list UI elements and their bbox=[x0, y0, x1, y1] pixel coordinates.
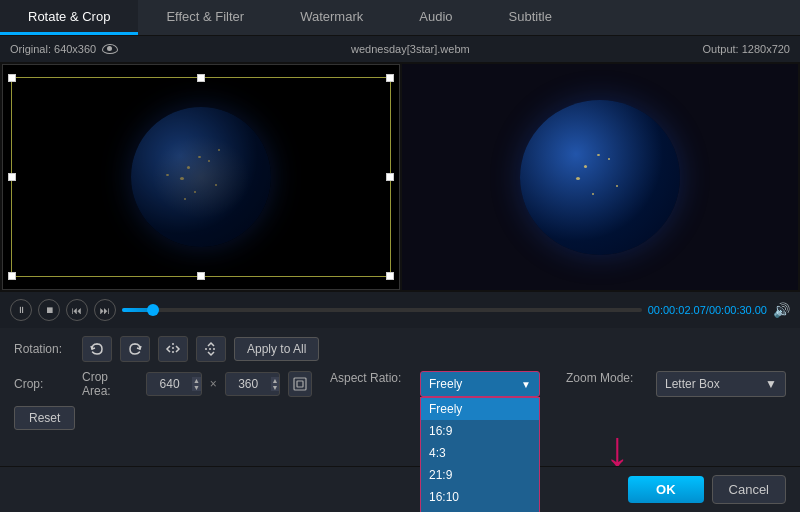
original-size: Original: 640x360 bbox=[10, 43, 96, 55]
dimension-separator: × bbox=[210, 377, 217, 391]
aspect-option-21-9[interactable]: 21:9 bbox=[421, 464, 539, 486]
flip-vertical-button[interactable] bbox=[196, 336, 226, 362]
crop-handle-tr[interactable] bbox=[386, 74, 394, 82]
rotate-right-button[interactable] bbox=[120, 336, 150, 362]
crop-height-input-wrap: 360 ▲ ▼ bbox=[225, 372, 281, 396]
aspect-option-5-4[interactable]: 5:4 bbox=[421, 508, 539, 512]
crop-handle-bl[interactable] bbox=[8, 272, 16, 280]
seek-thumb[interactable] bbox=[147, 304, 159, 316]
crop-handle-tm[interactable] bbox=[197, 74, 205, 82]
prev-frame-button[interactable]: ⏮ bbox=[66, 299, 88, 321]
bottom-bar: OK Cancel bbox=[0, 466, 800, 512]
crop-width-input-wrap: 640 ▲ ▼ bbox=[146, 372, 202, 396]
apply-all-button[interactable]: Apply to All bbox=[234, 337, 319, 361]
crop-label: Crop: bbox=[14, 377, 74, 391]
cancel-button[interactable]: Cancel bbox=[712, 475, 786, 504]
aspect-ratio-dropdown-arrow: ▼ bbox=[521, 379, 531, 390]
crop-height-down[interactable]: ▼ bbox=[271, 384, 280, 391]
aspect-option-16-9[interactable]: 16:9 bbox=[421, 420, 539, 442]
rotation-label: Rotation: bbox=[14, 342, 74, 356]
globe-right bbox=[520, 100, 680, 255]
eye-icon[interactable] bbox=[102, 44, 118, 54]
flip-v-icon bbox=[203, 341, 219, 357]
crop-width-down[interactable]: ▼ bbox=[192, 384, 201, 391]
controls-area: Rotation: bbox=[0, 328, 800, 438]
aspect-ratio-select-wrap: Freely ▼ Freely 16:9 4:3 21:9 16:10 5:4 … bbox=[420, 371, 540, 397]
zoom-mode-select[interactable]: Letter Box ▼ bbox=[656, 371, 786, 397]
crop-width-up[interactable]: ▲ bbox=[192, 377, 201, 384]
crop-handle-br[interactable] bbox=[386, 272, 394, 280]
crop-handle-mr[interactable] bbox=[386, 173, 394, 181]
crop-handle-bm[interactable] bbox=[197, 272, 205, 280]
aspect-ratio-select[interactable]: Freely ▼ bbox=[420, 371, 540, 397]
crop-handle-tl[interactable] bbox=[8, 74, 16, 82]
rotation-row: Rotation: bbox=[14, 336, 786, 362]
tab-audio[interactable]: Audio bbox=[391, 0, 480, 35]
reset-button[interactable]: Reset bbox=[14, 406, 75, 430]
crop-handle-ml[interactable] bbox=[8, 173, 16, 181]
aspect-option-freely[interactable]: Freely bbox=[421, 398, 539, 420]
aspect-ratio-value: Freely bbox=[429, 377, 462, 391]
svg-rect-3 bbox=[297, 381, 303, 387]
rotate-right-icon bbox=[127, 341, 143, 357]
flip-horizontal-button[interactable] bbox=[158, 336, 188, 362]
filename: wednesday[3star].webm bbox=[118, 43, 702, 55]
crop-height-spinners: ▲ ▼ bbox=[271, 377, 280, 391]
aspect-ratio-dropdown: Freely 16:9 4:3 21:9 16:10 5:4 1:1 9:16 bbox=[420, 397, 540, 512]
tab-rotate-crop[interactable]: Rotate & Crop bbox=[0, 0, 138, 35]
flip-h-icon bbox=[165, 341, 181, 357]
video-area bbox=[0, 62, 800, 292]
center-crop-button[interactable] bbox=[288, 371, 312, 397]
volume-icon[interactable]: 🔊 bbox=[773, 302, 790, 318]
ok-button[interactable]: OK bbox=[628, 476, 704, 503]
zoom-mode-value: Letter Box bbox=[665, 377, 720, 391]
crop-height-input[interactable]: 360 bbox=[226, 377, 271, 391]
zoom-dropdown-arrow: ▼ bbox=[765, 377, 777, 391]
aspect-option-4-3[interactable]: 4:3 bbox=[421, 442, 539, 464]
crop-width-input[interactable]: 640 bbox=[147, 377, 192, 391]
video-panel-left bbox=[2, 64, 400, 290]
next-frame-button[interactable]: ⏭ bbox=[94, 299, 116, 321]
zoom-mode-label: Zoom Mode: bbox=[566, 371, 646, 385]
tab-watermark[interactable]: Watermark bbox=[272, 0, 391, 35]
tab-subtitle[interactable]: Subtitle bbox=[481, 0, 580, 35]
svg-rect-2 bbox=[294, 378, 306, 390]
output-size: Output: 1280x720 bbox=[703, 43, 790, 55]
rotate-left-button[interactable] bbox=[82, 336, 112, 362]
stop-button[interactable]: ⏹ bbox=[38, 299, 60, 321]
globe-left bbox=[131, 107, 271, 247]
seek-bar[interactable] bbox=[122, 308, 642, 312]
crop-height-up[interactable]: ▲ bbox=[271, 377, 280, 384]
info-bar: Original: 640x360 wednesday[3star].webm … bbox=[0, 36, 800, 62]
crop-width-spinners: ▲ ▼ bbox=[192, 377, 201, 391]
reset-row: Reset bbox=[14, 406, 786, 430]
time-display: 00:00:02.07/00:00:30.00 bbox=[648, 304, 767, 316]
crop-area-label: Crop Area: bbox=[82, 370, 134, 398]
crop-row: Crop: Crop Area: 640 ▲ ▼ × 360 ▲ ▼ Aspec… bbox=[14, 370, 786, 398]
tab-bar: Rotate & Crop Effect & Filter Watermark … bbox=[0, 0, 800, 36]
video-panel-right bbox=[402, 64, 798, 290]
center-icon bbox=[293, 377, 307, 391]
rotate-left-icon bbox=[89, 341, 105, 357]
tab-effect-filter[interactable]: Effect & Filter bbox=[138, 0, 272, 35]
aspect-option-16-10[interactable]: 16:10 bbox=[421, 486, 539, 508]
aspect-ratio-label: Aspect Ratio: bbox=[330, 371, 410, 385]
playback-bar: ⏸ ⏹ ⏮ ⏭ 00:00:02.07/00:00:30.00 🔊 bbox=[0, 292, 800, 328]
pause-button[interactable]: ⏸ bbox=[10, 299, 32, 321]
